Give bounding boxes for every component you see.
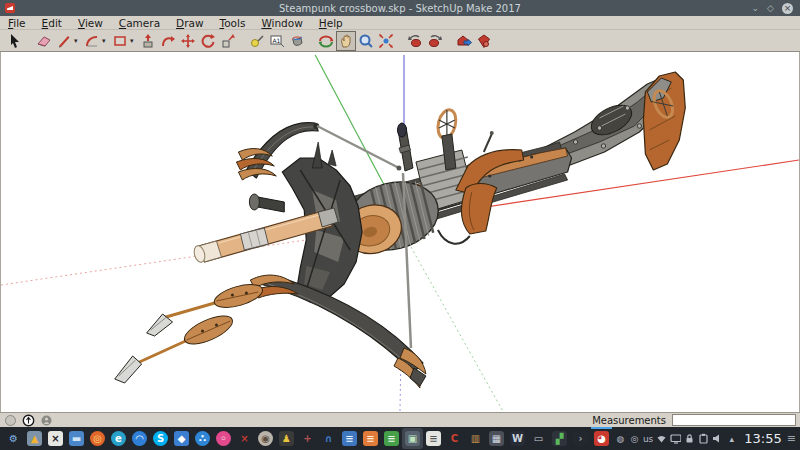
- maximize-button[interactable]: ◇: [767, 3, 774, 14]
- paint-bucket-tool-button[interactable]: [287, 31, 307, 51]
- arc-tool-button[interactable]: [82, 31, 102, 51]
- display-icon[interactable]: [670, 433, 681, 445]
- pan-tool-button[interactable]: [336, 31, 356, 51]
- app-calculator-icon[interactable]: ▦: [486, 428, 507, 449]
- shapes-tool-dropdown[interactable]: ▾: [130, 37, 138, 45]
- app-code-icon[interactable]: C: [444, 428, 465, 449]
- app-edge-icon[interactable]: e: [108, 428, 129, 449]
- tray-expand-caret[interactable]: ▴: [726, 433, 737, 445]
- menu-file[interactable]: File: [0, 17, 34, 29]
- volume-icon[interactable]: [712, 433, 723, 445]
- app-media-pink-icon[interactable]: ◦: [213, 428, 234, 449]
- measurements-label: Measurements: [592, 415, 666, 426]
- app-photos-icon[interactable]: ▲: [24, 428, 45, 449]
- app-red-cross-icon[interactable]: ×: [234, 428, 255, 449]
- app-doc-green-icon[interactable]: ≡: [381, 428, 402, 449]
- menu-window[interactable]: Window: [253, 17, 310, 29]
- app-doc-image-icon[interactable]: ▣: [402, 428, 423, 449]
- app-chat-icon[interactable]: ◆: [171, 428, 192, 449]
- menu-help[interactable]: Help: [311, 17, 351, 29]
- app-xeditor-icon[interactable]: ×: [45, 428, 66, 449]
- zoom-tool-button[interactable]: [356, 31, 376, 51]
- menu-tools[interactable]: Tools: [212, 17, 254, 29]
- shapes-tool-button[interactable]: [110, 31, 130, 51]
- minimize-button[interactable]: ⌄: [752, 3, 760, 14]
- close-button[interactable]: ×: [782, 3, 793, 14]
- clipboard-icon[interactable]: [698, 433, 709, 445]
- app-firefox-icon[interactable]: ◎: [87, 428, 108, 449]
- status-circle-icon[interactable]: ◍: [615, 433, 626, 445]
- app-doc-orange-icon[interactable]: ≡: [360, 428, 381, 449]
- taskbar: ⚙▲×▬◎e◠S◆∴◦×◉♟+∩≡≡≡▣≡C▥▦W▭▞›◕ ◍ ◎ us ▴ 1…: [0, 427, 800, 450]
- window-title: Steampunk crossbow.skp - SketchUp Make 2…: [0, 3, 800, 14]
- zoom-extents-tool-button[interactable]: [376, 31, 396, 51]
- modeling-viewport[interactable]: [0, 52, 800, 412]
- app-tool-red-icon[interactable]: +: [297, 428, 318, 449]
- measurements-input[interactable]: [672, 414, 796, 426]
- text-tool-button[interactable]: A1: [267, 31, 287, 51]
- menu-view[interactable]: View: [70, 17, 111, 29]
- titlebar: Steampunk crossbow.skp - SketchUp Make 2…: [0, 0, 800, 16]
- app-share-icon[interactable]: ∴: [192, 428, 213, 449]
- previous-view-button[interactable]: [405, 31, 425, 51]
- app-settings-icon[interactable]: ⚙: [3, 428, 24, 449]
- claim-credit-icon[interactable]: [22, 414, 35, 427]
- next-view-button[interactable]: [425, 31, 445, 51]
- scale-tool-button[interactable]: [218, 31, 238, 51]
- menu-draw[interactable]: Draw: [168, 17, 211, 29]
- taskbar-launchers: ⚙▲×▬◎e◠S◆∴◦×◉♟+∩≡≡≡▣≡C▥▦W▭▞›◕: [3, 428, 612, 449]
- get-models-button[interactable]: [454, 31, 474, 51]
- wifi-icon[interactable]: [656, 433, 667, 445]
- rotate-tool-button[interactable]: [198, 31, 218, 51]
- app-gimp-icon[interactable]: ◉: [255, 428, 276, 449]
- app-files-icon[interactable]: ▬: [66, 428, 87, 449]
- app-library-icon[interactable]: ▥: [465, 428, 486, 449]
- eraser-tool-button[interactable]: [34, 31, 54, 51]
- app-cloud-icon[interactable]: ◠: [129, 428, 150, 449]
- app-doc-blue-icon[interactable]: ≡: [339, 428, 360, 449]
- help-icon[interactable]: [40, 414, 53, 427]
- panel-menu-icon[interactable]: ≡: [787, 432, 796, 445]
- app-skype-icon[interactable]: S: [150, 428, 171, 449]
- app-sketchup-icon[interactable]: ◕: [591, 428, 612, 449]
- orbit-tool-button[interactable]: [316, 31, 336, 51]
- model-canvas: [1, 52, 799, 412]
- green-axis-dashed: [411, 247, 503, 411]
- tape-measure-tool-button[interactable]: [247, 31, 267, 51]
- geolocation-icon[interactable]: [4, 414, 17, 427]
- keyboard-layout-indicator[interactable]: us: [643, 434, 653, 444]
- pushpull-tool-button[interactable]: [138, 31, 158, 51]
- svg-text:A1: A1: [273, 36, 281, 43]
- lock-icon[interactable]: [684, 433, 695, 445]
- app-doc-gray-icon[interactable]: ≡: [423, 428, 444, 449]
- app-audio-icon[interactable]: ∩: [318, 428, 339, 449]
- toolbar: ▾ ▾ ▾ A1: [0, 30, 800, 52]
- menubar: FileEditViewCameraDrawToolsWindowHelp: [0, 16, 800, 30]
- select-tool-button[interactable]: [5, 31, 25, 51]
- app-display-icon[interactable]: ▭: [528, 428, 549, 449]
- sketchup-logo-icon[interactable]: [5, 3, 15, 13]
- app-wine-icon[interactable]: W: [507, 428, 528, 449]
- menu-edit[interactable]: Edit: [34, 17, 70, 29]
- extension-warehouse-button[interactable]: [474, 31, 494, 51]
- followme-tool-button[interactable]: [158, 31, 178, 51]
- line-tool-dropdown[interactable]: ▾: [74, 37, 82, 45]
- statusbar: Measurements: [0, 412, 800, 427]
- app-game-icon[interactable]: ♟: [276, 428, 297, 449]
- app-sysmon-icon[interactable]: ▞: [549, 428, 570, 449]
- record-circle-icon[interactable]: ◎: [629, 433, 640, 445]
- move-tool-button[interactable]: [178, 31, 198, 51]
- clock[interactable]: 13:55: [744, 431, 781, 446]
- system-tray: ◍ ◎ us ▴ 13:55 ≡: [615, 431, 797, 446]
- arc-tool-dropdown[interactable]: ▾: [102, 37, 110, 45]
- steampunk-crossbow-model: [115, 72, 686, 388]
- menu-camera[interactable]: Camera: [111, 17, 168, 29]
- line-tool-button[interactable]: [54, 31, 74, 51]
- app-terminal-icon[interactable]: ›: [570, 428, 591, 449]
